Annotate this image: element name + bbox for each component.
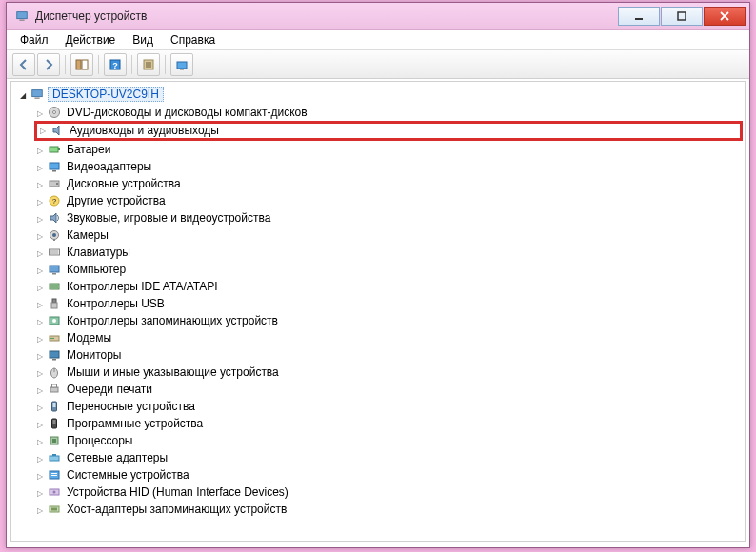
modem-icon (47, 330, 62, 345)
tree-node[interactable]: Контроллеры IDE ATA/ATAPI (17, 278, 743, 295)
expand-collapse-icon[interactable] (37, 125, 49, 135)
svg-text:?: ? (52, 197, 57, 206)
tree-node[interactable]: Мониторы (17, 346, 743, 364)
expand-collapse-icon[interactable] (34, 196, 46, 207)
minimize-button[interactable] (618, 7, 660, 26)
svg-point-19 (53, 111, 56, 114)
expand-collapse-icon[interactable] (34, 282, 46, 292)
tree-node[interactable]: Камеры (17, 227, 743, 244)
tree-node[interactable]: Мыши и иные указывающие устройства (17, 364, 743, 381)
tree-node[interactable]: Контроллеры запоминающих устройств (17, 312, 743, 329)
svg-rect-46 (50, 351, 59, 358)
expand-collapse-icon[interactable] (34, 213, 46, 224)
tree-node[interactable]: Хост-адаптеры запоминающих устройств (17, 501, 743, 518)
back-button[interactable] (12, 53, 35, 76)
svg-rect-57 (52, 439, 56, 443)
expand-collapse-icon[interactable] (34, 504, 46, 515)
forward-button[interactable] (37, 53, 60, 76)
menu-help[interactable]: Справка (163, 31, 223, 49)
expand-collapse-icon[interactable] (34, 316, 46, 326)
svg-rect-39 (52, 299, 56, 303)
node-label: Звуковые, игровые и видеоустройства (65, 211, 272, 225)
svg-rect-3 (678, 12, 686, 20)
cpu-icon (47, 433, 62, 448)
ide-icon (47, 279, 62, 294)
svg-rect-14 (177, 62, 187, 69)
tree-node[interactable]: Аудиовходы и аудиовыходы (34, 121, 743, 141)
tree-node[interactable]: DVD-дисководы и дисководы компакт-дисков (17, 104, 743, 121)
scan-hardware-button[interactable] (170, 53, 193, 76)
node-label: Очереди печати (65, 383, 154, 396)
expand-collapse-icon[interactable] (34, 108, 46, 118)
root-label[interactable]: DESKTOP-UV2C9IH (48, 87, 164, 102)
expand-collapse-icon[interactable] (34, 487, 46, 498)
svg-point-64 (53, 491, 56, 494)
expand-collapse-icon[interactable] (34, 265, 46, 275)
tree-node[interactable]: Батареи (17, 141, 743, 158)
svg-rect-31 (50, 249, 60, 255)
tree-pane: DESKTOP-UV2C9IH DVD-дисководы и дисковод… (10, 81, 746, 542)
toolbar: ? (7, 50, 749, 79)
node-label: Компьютер (65, 263, 128, 276)
node-label: Видеоадаптеры (65, 160, 153, 173)
maximize-button[interactable] (661, 7, 703, 26)
expand-collapse-icon[interactable] (34, 402, 46, 412)
tree-node[interactable]: Очереди печати (17, 381, 743, 398)
tree-node[interactable]: Сетевые адаптеры (17, 449, 743, 466)
system-icon (47, 467, 62, 483)
help-button[interactable]: ? (104, 53, 127, 76)
properties-button[interactable] (137, 53, 160, 76)
expand-collapse-icon[interactable] (34, 367, 46, 378)
tree-node[interactable]: Контроллеры USB (17, 295, 743, 312)
expand-collapse-icon[interactable] (34, 299, 46, 309)
node-label: Хост-адаптеры запоминающих устройств (65, 503, 288, 516)
expand-collapse-icon[interactable] (34, 145, 46, 155)
expand-collapse-icon[interactable] (34, 230, 46, 241)
expand-collapse-icon[interactable] (17, 89, 29, 100)
tree-node[interactable]: Системные устройства (17, 466, 743, 483)
menu-view[interactable]: Вид (125, 31, 161, 49)
node-label: DVD-дисководы и дисководы компакт-дисков (65, 106, 309, 119)
svg-point-25 (56, 183, 58, 185)
printer-icon (47, 382, 62, 397)
show-hide-tree-button[interactable] (70, 53, 93, 76)
tree-node[interactable]: Компьютер (17, 261, 743, 278)
tree-root-node[interactable]: DESKTOP-UV2C9IH (17, 86, 743, 103)
tree-node[interactable]: Видеоадаптеры (17, 158, 743, 175)
svg-rect-0 (17, 11, 28, 18)
menu-action[interactable]: Действие (58, 31, 124, 49)
close-button[interactable] (704, 7, 746, 26)
svg-rect-51 (52, 384, 57, 387)
svg-rect-35 (52, 273, 56, 275)
tree-node[interactable]: Дисковые устройства (17, 175, 743, 192)
expand-collapse-icon[interactable] (34, 350, 46, 361)
svg-point-45 (52, 338, 54, 340)
expand-collapse-icon[interactable] (34, 247, 46, 258)
expand-collapse-icon[interactable] (34, 419, 46, 429)
node-label: Батареи (65, 143, 112, 156)
menu-file[interactable]: Файл (12, 31, 56, 49)
node-label: Мониторы (65, 348, 123, 362)
tree-node[interactable]: Программные устройства (17, 415, 743, 432)
svg-rect-21 (58, 148, 60, 150)
portable-icon (47, 399, 62, 414)
expand-collapse-icon[interactable] (34, 162, 46, 172)
expand-collapse-icon[interactable] (34, 436, 46, 446)
expand-collapse-icon[interactable] (34, 384, 46, 395)
tree-node[interactable]: Процессоры (17, 432, 743, 449)
expand-collapse-icon[interactable] (34, 333, 46, 344)
tree-node[interactable]: ?Другие устройства (17, 192, 743, 209)
menubar: Файл Действие Вид Справка (7, 30, 749, 50)
svg-rect-23 (52, 170, 56, 172)
tree-node[interactable]: Устройства HID (Human Interface Devices) (17, 483, 743, 501)
svg-rect-16 (32, 90, 43, 97)
display-icon (47, 159, 62, 174)
expand-collapse-icon[interactable] (34, 179, 46, 189)
tree-node[interactable]: Переносные устройства (17, 398, 743, 415)
tree-children: DVD-дисководы и дисководы компакт-дисков… (17, 104, 743, 518)
tree-node[interactable]: Модемы (17, 329, 743, 346)
expand-collapse-icon[interactable] (34, 470, 46, 481)
tree-node[interactable]: Звуковые, игровые и видеоустройства (17, 209, 743, 227)
tree-node[interactable]: Клавиатуры (17, 244, 743, 261)
expand-collapse-icon[interactable] (34, 453, 46, 463)
